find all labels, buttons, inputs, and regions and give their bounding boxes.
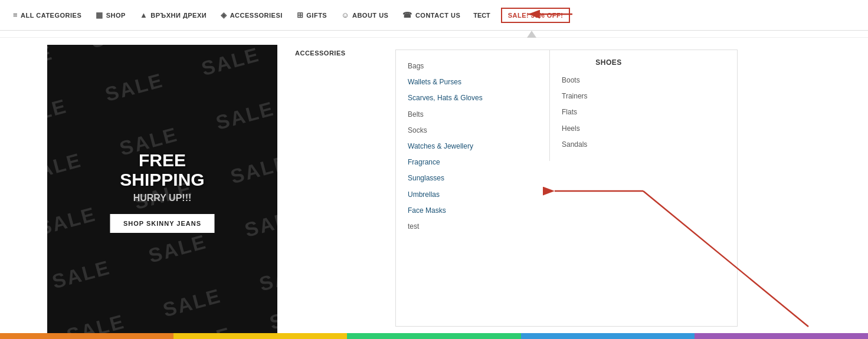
accessories-item[interactable]: Sunglasses [408, 170, 538, 186]
strip-orange [0, 333, 173, 339]
shoes-item[interactable]: Sandals [562, 137, 656, 153]
accessories-item[interactable]: Wallets & Purses [408, 74, 538, 90]
dropdown-panel: BagsWallets & PursesScarves, Hats & Glov… [395, 50, 738, 327]
accessories-item[interactable]: Umbrellas [408, 187, 538, 203]
accessories-item[interactable]: Scarves, Hats & Gloves [408, 90, 538, 106]
hamburger-icon: ≡ [13, 11, 18, 19]
accessories-items-list: BagsWallets & PursesScarves, Hats & Glov… [408, 58, 538, 235]
gift-icon: ⊞ [297, 11, 304, 19]
sale-label: SALE! 30% OFF! [508, 12, 564, 19]
nav-label-test: ТЕСТ [473, 12, 490, 19]
nav-label-accessories: ACCESSORIESI [230, 12, 283, 19]
nav-label-gifts: GIFTS [306, 12, 327, 19]
dropdown-menus: ACCESSORIES BagsWallets & PursesScarves,… [277, 38, 868, 338]
bottom-color-strip [0, 333, 868, 339]
nav-label-all-categories: ALL CATEGORIES [21, 12, 81, 19]
accessories-item[interactable]: Watches & Jewellery [408, 139, 538, 154]
nav-label-vrchni: ВРЪХНИ ДРЕХИ [150, 12, 207, 19]
shop-icon: ▦ [96, 11, 103, 19]
nav-item-vrchni[interactable]: ▲ ВРЪХНИ ДРЕХИ [133, 0, 214, 30]
dropdown-arrow-indicator [527, 31, 536, 38]
accessories-item[interactable]: Socks [408, 123, 538, 139]
main-content: SALESALESALE SALESALESALE SALESALESALE S… [0, 38, 868, 338]
nav-item-shop[interactable]: ▦ SHOP [89, 0, 133, 30]
nav-label-about-us: ABOUT US [352, 12, 388, 19]
navbar: ≡ ALL CATEGORIES ▦ SHOP ▲ ВРЪХНИ ДРЕХИ ◈… [0, 0, 868, 31]
shoes-col: SHOES BootsTrainersFlatsHeelsSandals [549, 50, 667, 161]
shop-skinny-jeans-button[interactable]: SHOP SKINNY JEANS [110, 214, 214, 233]
hero-hurry-text: HURRY UP!!! [105, 193, 220, 203]
accessories-heading: ACCESSORIES [295, 50, 384, 57]
nav-label-contact-us: CONTACT US [415, 12, 460, 19]
accessories-item[interactable]: Bags [408, 58, 538, 74]
strip-purple [695, 333, 868, 339]
strip-yellow [173, 333, 347, 339]
nav-item-test[interactable]: ТЕСТ [467, 12, 496, 19]
hero-free-shipping-text: FREE SHIPPING [105, 150, 220, 189]
shoes-items-list: BootsTrainersFlatsHeelsSandals [562, 73, 656, 153]
coat-icon: ▲ [140, 11, 148, 19]
nav-item-about-us[interactable]: ☺ ABOUT US [334, 0, 395, 30]
accessories-item[interactable]: test [408, 219, 538, 235]
strip-green [347, 333, 520, 339]
shoes-item[interactable]: Flats [562, 104, 656, 120]
nav-item-gifts[interactable]: ⊞ GIFTS [290, 0, 334, 30]
shoes-item[interactable]: Heels [562, 121, 656, 137]
accessories-icon: ◈ [221, 11, 227, 19]
nav-item-contact-us[interactable]: ☎ CONTACT US [395, 0, 467, 30]
sale-button[interactable]: SALE! 30% OFF! [501, 8, 571, 23]
accessories-item[interactable]: Belts [408, 107, 538, 123]
nav-label-shop: SHOP [106, 12, 126, 19]
about-icon: ☺ [341, 11, 349, 19]
nav-item-all-categories[interactable]: ≡ ALL CATEGORIES [6, 0, 89, 30]
phone-icon: ☎ [402, 11, 412, 19]
page-wrapper: ≡ ALL CATEGORIES ▦ SHOP ▲ ВРЪХНИ ДРЕХИ ◈… [0, 0, 868, 339]
hero-banner: SALESALESALE SALESALESALE SALESALESALE S… [47, 45, 277, 338]
shoes-item[interactable]: Boots [562, 73, 656, 88]
shoes-heading: SHOES [562, 58, 656, 67]
accessories-item[interactable]: Fragrance [408, 154, 538, 170]
hero-content: FREE SHIPPING HURRY UP!!! SHOP SKINNY JE… [105, 150, 220, 233]
shoes-item[interactable]: Trainers [562, 88, 656, 104]
strip-blue [521, 333, 695, 339]
nav-item-accessories[interactable]: ◈ ACCESSORIESI [214, 0, 290, 30]
accessories-section: ACCESSORIES [289, 44, 395, 333]
accessories-items-col: BagsWallets & PursesScarves, Hats & Glov… [396, 50, 549, 243]
accessories-item[interactable]: Face Masks [408, 203, 538, 219]
